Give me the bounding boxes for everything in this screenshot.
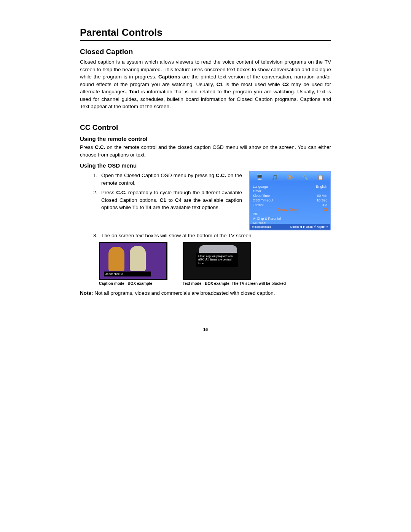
caption-example: Jean: Nice to Caption mode - BOX example [99,242,167,286]
closed-caption-paragraph: Closed caption is a system which allows … [80,58,331,110]
caption-example-image: Jean: Nice to [99,242,167,280]
osd-steps-list-cont: The on screen text boxes will show at th… [80,232,331,240]
example-label: Caption mode - BOX example [99,281,167,286]
section-heading-closed-caption: Closed Caption [80,48,331,56]
document-page: Parental Controls Closed Caption Closed … [0,0,411,347]
remote-paragraph: Press C.C. on the remote control and the… [80,144,331,158]
section-heading-cc-control: CC Control [80,123,331,132]
list-item: The on screen text boxes will show at th… [99,232,331,240]
osd-steps-list: Open the Closed Caption OSD menu by pres… [80,172,242,214]
osd-row: Open the Closed Caption OSD menu by pres… [80,170,331,230]
list-icon: 📋 [317,174,323,180]
text-mode-block: Close caption programs on ABC All items … [196,253,238,267]
osd-menu-row: V- Chip & Parental [253,217,327,220]
page-title: Parental Controls [80,27,331,41]
osd-body: LanguageEnglishTimerSleep Time60 MinOSD … [250,182,330,227]
music-icon: 🎵 [272,174,278,180]
figure-person-icon [130,246,146,271]
list-item: Press C.C. repeatedly to cycle through t… [99,189,242,211]
figure-person-icon [108,247,124,271]
note-paragraph: Note: Not all programs, videos and comme… [80,289,331,297]
osd-menu-row: Timer [253,189,327,193]
caption-strip: Jean: Nice to [104,272,151,276]
example-label: Text mode - BOX example: The TV screen w… [183,281,312,286]
page-number: 16 [80,327,331,332]
tools-icon: 🔧 [302,174,308,180]
osd-footer: Miscellaneous Select ◀ ▶ Back ⏎ Adjust ⎆ [250,224,330,230]
osd-menu-row: Closed CaptionC1 [253,208,327,211]
list-item: Open the Closed Caption OSD menu by pres… [99,172,242,187]
tv-icon: 🖥️ [256,174,263,180]
osd-menu-row: Format4:3 [253,203,327,207]
osd-menu-row: Sleep Time60 Min [253,194,327,198]
osd-menu-row: OSD Timeout10 Sec [253,198,327,202]
subheading-remote: Using the remote control [80,136,331,142]
osd-menu-screenshot: 🖥️ 🎵 🔆 🔧 📋 LanguageEnglishTimerSleep Tim… [249,171,331,230]
text-example-image: Close caption programs on ABC All items … [183,242,251,280]
osd-icon-row: 🖥️ 🎵 🔆 🔧 📋 [250,172,330,182]
osd-menu-row: PIP [253,212,327,216]
subheading-osd: Using the OSD menu [80,162,331,169]
osd-menu-row: LanguageEnglish [253,185,327,189]
examples-row: Jean: Nice to Caption mode - BOX example… [99,242,331,286]
text-example: Close caption programs on ABC All items … [183,242,312,286]
brightness-icon: 🔆 [287,174,293,180]
